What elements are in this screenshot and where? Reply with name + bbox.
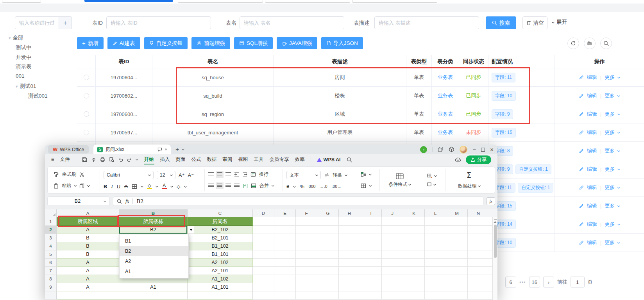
save-icon[interactable] bbox=[82, 157, 87, 162]
category-link[interactable]: 业务表 bbox=[438, 92, 453, 99]
menu-page[interactable]: 页面 bbox=[176, 156, 186, 163]
print-icon[interactable] bbox=[100, 157, 105, 162]
select-all-corner[interactable] bbox=[45, 209, 57, 217]
browser-tab-stub[interactable] bbox=[2, 0, 41, 3]
row-header-2[interactable]: 2 bbox=[45, 226, 57, 234]
cell-A4[interactable]: B bbox=[57, 242, 119, 250]
cell-C7[interactable]: A2_101 bbox=[188, 267, 253, 275]
dropdown-option-B2-selected[interactable]: B2 bbox=[120, 246, 188, 256]
new-tab-button[interactable]: + bbox=[175, 146, 179, 153]
increase-decimal-button[interactable]: ←.0 bbox=[320, 184, 327, 189]
undo-icon[interactable] bbox=[118, 157, 123, 162]
edit-button[interactable]: 编辑 bbox=[587, 184, 597, 191]
cell-A7[interactable]: A bbox=[57, 267, 119, 275]
minimize-button[interactable]: − bbox=[472, 146, 476, 152]
format-painter-button[interactable]: 格式刷 bbox=[62, 171, 76, 178]
table-style-icon[interactable] bbox=[427, 173, 433, 179]
chevron-down-icon[interactable] bbox=[156, 184, 158, 187]
redo-icon[interactable] bbox=[127, 157, 132, 162]
formula-bar[interactable]: fx B2 bbox=[113, 196, 483, 206]
sidebar-item-testing[interactable]: 测试中 bbox=[16, 44, 32, 51]
data-process-button[interactable]: 数据处理 bbox=[458, 183, 477, 189]
edit-button[interactable]: 编辑 bbox=[587, 74, 597, 81]
wrap-text-button[interactable]: 换行 bbox=[259, 171, 268, 178]
next-page-button[interactable]: › bbox=[543, 277, 554, 288]
align-right-icon[interactable] bbox=[225, 184, 231, 188]
edit-button[interactable]: 编辑 bbox=[587, 111, 597, 118]
fill-color-button[interactable]: ◇ bbox=[147, 184, 152, 189]
empty-cells[interactable] bbox=[253, 275, 497, 283]
empty-cells[interactable] bbox=[253, 242, 497, 250]
wrap-text-icon[interactable] bbox=[250, 172, 256, 177]
empty-cells[interactable] bbox=[253, 250, 497, 259]
column-settings-button[interactable] bbox=[584, 38, 596, 49]
import-json-button[interactable]: 导入JSON bbox=[321, 37, 363, 49]
chevron-down-icon[interactable] bbox=[434, 174, 437, 177]
sidebar-item-001[interactable]: 001 bbox=[16, 73, 25, 79]
wps-document-tab[interactable]: S 房间.xlsx bbox=[93, 145, 171, 154]
cell-B2-selected[interactable]: B2 bbox=[119, 226, 188, 234]
fields-badge[interactable]: 字段: 9 bbox=[492, 109, 513, 119]
row-radio[interactable] bbox=[84, 130, 89, 135]
dropdown-option-B1[interactable]: B1 bbox=[120, 236, 188, 246]
chevron-down-icon[interactable] bbox=[369, 184, 372, 187]
more-button[interactable]: 更多 bbox=[605, 184, 615, 191]
cell-A2[interactable]: A bbox=[57, 226, 119, 234]
chevron-down-icon[interactable] bbox=[478, 184, 480, 187]
expand-toggle[interactable]: 展开 bbox=[552, 19, 567, 26]
edit-button[interactable]: 编辑 bbox=[587, 202, 597, 209]
row-col-icon[interactable] bbox=[361, 183, 366, 188]
conditional-format-icon[interactable] bbox=[395, 173, 404, 180]
copy-icon[interactable] bbox=[79, 183, 84, 189]
bold-button[interactable]: B bbox=[104, 184, 107, 189]
frontend-enhance-button[interactable]: 前端增强 bbox=[191, 37, 230, 49]
borders-icon[interactable] bbox=[132, 184, 137, 189]
clear-button[interactable]: 清空 bbox=[522, 16, 547, 29]
chevron-down-icon[interactable] bbox=[272, 184, 274, 187]
cell-C4[interactable]: B1_102 bbox=[188, 242, 253, 250]
merge-button[interactable]: 合并 bbox=[259, 182, 269, 189]
chevron-down-icon[interactable] bbox=[170, 184, 173, 187]
align-top-icon[interactable] bbox=[208, 172, 214, 177]
col-header-C[interactable]: C bbox=[188, 209, 253, 217]
align-center-icon[interactable] bbox=[217, 184, 222, 188]
cell-B9[interactable]: A1 bbox=[119, 283, 188, 291]
row-header-4[interactable]: 4 bbox=[45, 242, 57, 250]
chevron-down-icon[interactable] bbox=[433, 182, 436, 185]
menu-formula[interactable]: 公式 bbox=[191, 156, 201, 163]
windows-stack-icon[interactable] bbox=[438, 146, 444, 152]
cell-A6[interactable]: A bbox=[57, 259, 119, 267]
menu-insert[interactable]: 插入 bbox=[160, 156, 170, 163]
menu-wps-ai[interactable]: WPS AI bbox=[317, 157, 341, 162]
col-header-D[interactable]: D bbox=[253, 209, 274, 217]
scroll-up-icon[interactable] bbox=[494, 221, 497, 223]
sidebar-item-test01[interactable]: ▾测试01 bbox=[16, 83, 36, 90]
cell-A3[interactable]: B bbox=[57, 234, 119, 242]
col-header-K[interactable]: K bbox=[403, 209, 425, 217]
align-bottom-icon[interactable] bbox=[225, 172, 231, 177]
browser-tab-stub[interactable] bbox=[352, 0, 437, 3]
sheet-scrollbar[interactable] bbox=[492, 217, 497, 300]
cloud-upload-icon[interactable] bbox=[455, 157, 461, 162]
row-radio[interactable] bbox=[84, 93, 89, 98]
paste-button[interactable]: 粘贴 bbox=[62, 182, 71, 189]
custom-button-badge[interactable]: 自定义按钮: 1 bbox=[518, 183, 553, 193]
browser-tab-active-stub[interactable] bbox=[84, 0, 173, 2]
underline-button[interactable]: U bbox=[117, 184, 120, 189]
sidebar-item-all[interactable]: ▾全部 bbox=[9, 34, 23, 41]
menu-search-icon[interactable] bbox=[347, 157, 352, 162]
fields-badge[interactable]: 字段: 11 bbox=[492, 73, 515, 82]
more-button[interactable]: 更多 bbox=[605, 147, 615, 154]
sql-enhance-button[interactable]: SQL增强 bbox=[234, 37, 273, 49]
col-header-N[interactable]: N bbox=[468, 209, 489, 217]
empty-cells[interactable] bbox=[253, 226, 497, 234]
menu-view[interactable]: 视图 bbox=[238, 156, 248, 163]
more-button[interactable]: 更多 bbox=[605, 129, 615, 136]
page-button-6[interactable]: 6 bbox=[505, 277, 516, 288]
table-search-button[interactable] bbox=[600, 38, 612, 49]
sidebar-item-test001[interactable]: 测试001 bbox=[28, 93, 48, 100]
upgrade-icon[interactable]: ↑ bbox=[420, 146, 427, 153]
sidebar-item-demo[interactable]: 演示表 bbox=[16, 63, 32, 70]
italic-button[interactable]: I bbox=[111, 183, 113, 189]
align-middle-icon[interactable] bbox=[217, 172, 222, 177]
